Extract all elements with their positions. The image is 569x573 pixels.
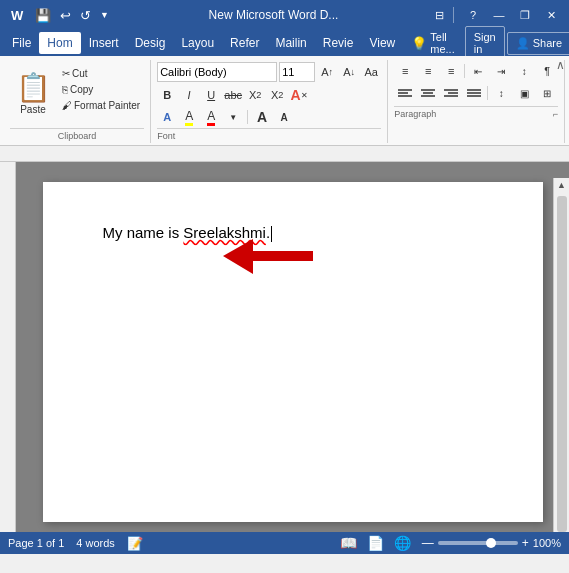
decrease-indent-button[interactable]: ⇤ xyxy=(467,62,489,80)
bullets-button[interactable]: ≡ xyxy=(394,62,416,80)
status-bar: Page 1 of 1 4 words 📝 📖 📄 🌐 — + 100% xyxy=(0,532,569,554)
read-mode-button[interactable]: 📖 xyxy=(337,533,360,553)
menu-mailings[interactable]: Mailin xyxy=(267,32,314,54)
share-icon: 👤 xyxy=(516,37,530,50)
text-effect-button[interactable]: A xyxy=(157,108,177,126)
font-color-dropdown[interactable]: ▼ xyxy=(223,108,243,126)
menu-design[interactable]: Desig xyxy=(127,32,174,54)
shrink-font-button[interactable]: A↓ xyxy=(339,63,359,81)
font-row2: B I U abc X2 X2 A ✕ xyxy=(157,86,381,104)
paragraph-dialog-launcher[interactable]: ⌐ xyxy=(553,109,558,119)
scroll-up-button[interactable]: ▲ xyxy=(557,180,566,190)
borders-button[interactable]: ⊞ xyxy=(536,84,558,102)
sort-button[interactable]: ↕ xyxy=(513,62,535,80)
highlight-color-button[interactable]: A xyxy=(179,108,199,126)
ribbon-toggle-button[interactable]: ⊟ xyxy=(435,9,444,22)
menu-references[interactable]: Refer xyxy=(222,32,267,54)
zoom-slider[interactable] xyxy=(438,541,518,545)
superscript-button[interactable]: X2 xyxy=(267,86,287,104)
print-layout-button[interactable]: 📄 xyxy=(364,533,387,553)
undo-button[interactable]: ↩ xyxy=(57,6,74,25)
show-marks-button[interactable]: ¶ xyxy=(536,62,558,80)
copy-icon: ⎘ xyxy=(62,84,68,95)
help-button[interactable]: ? xyxy=(463,5,483,25)
ribbon-collapse-button[interactable]: ∧ xyxy=(556,58,565,72)
restore-button[interactable]: ❐ xyxy=(515,5,535,25)
bold-button[interactable]: B xyxy=(157,86,177,104)
web-layout-button[interactable]: 🌐 xyxy=(391,533,414,553)
ribbon-group-font: A↑ A↓ Aa B I U abc X2 X2 A ✕ xyxy=(153,60,388,143)
font-color-button[interactable]: A xyxy=(201,108,221,126)
increase-indent-button[interactable]: ⇥ xyxy=(490,62,512,80)
close-button[interactable]: ✕ xyxy=(541,5,561,25)
paste-button[interactable]: 📋 Paste xyxy=(10,66,56,122)
line-spacing-button[interactable]: ↕ xyxy=(490,84,512,102)
menu-home[interactable]: Hom xyxy=(39,32,80,54)
ribbon-group-paragraph: ≡ ≡ ≡ ⇤ ⇥ ↕ ¶ xyxy=(390,60,565,143)
copy-button[interactable]: ⎘ Copy xyxy=(58,82,144,97)
title-bar-right: ⊟ ? — ❐ ✕ xyxy=(435,5,561,25)
status-bar-right: 📖 📄 🌐 — + 100% xyxy=(337,533,561,553)
menu-review[interactable]: Revie xyxy=(315,32,362,54)
qa-dropdown-button[interactable]: ▼ xyxy=(97,8,112,22)
clipboard-label: Clipboard xyxy=(10,128,144,141)
sign-in-button[interactable]: Sign in xyxy=(465,26,505,60)
vertical-scrollbar[interactable]: ▲ ▼ xyxy=(553,178,569,532)
left-ruler xyxy=(0,146,16,532)
zoom-out-button[interactable]: — xyxy=(422,536,434,550)
redo-button[interactable]: ↺ xyxy=(77,6,94,25)
view-controls: 📖 📄 🌐 xyxy=(337,533,414,553)
ribbon: 📋 Paste ✂ Cut ⎘ Copy 🖌 Format Painter xyxy=(0,56,569,146)
ribbon-group-clipboard: 📋 Paste ✂ Cut ⎘ Copy 🖌 Format Painter xyxy=(6,60,151,143)
menu-layout[interactable]: Layou xyxy=(173,32,222,54)
shading-button[interactable]: ▣ xyxy=(513,84,535,102)
font-grow-button2[interactable]: A xyxy=(252,108,272,126)
font-shrink-button2[interactable]: A xyxy=(274,108,294,126)
menu-view[interactable]: View xyxy=(361,32,403,54)
align-center-button[interactable] xyxy=(417,84,439,102)
multilevel-button[interactable]: ≡ xyxy=(440,62,462,80)
zoom-in-button[interactable]: + xyxy=(522,536,529,550)
justify-button[interactable] xyxy=(463,84,485,102)
tell-me-input[interactable]: 💡 Tell me... xyxy=(403,27,462,59)
cut-icon: ✂ xyxy=(62,68,70,79)
format-painter-icon: 🖌 xyxy=(62,100,72,111)
menu-bar: File Hom Insert Desig Layou Refer Mailin… xyxy=(0,30,569,56)
underline-button[interactable]: U xyxy=(201,86,221,104)
para-row2: ↕ ▣ ⊞ xyxy=(394,84,558,102)
font-name-input[interactable] xyxy=(157,62,277,82)
numbering-button[interactable]: ≡ xyxy=(417,62,439,80)
format-painter-button[interactable]: 🖌 Format Painter xyxy=(58,98,144,113)
clear-format-button[interactable]: A ✕ xyxy=(289,86,309,104)
menu-insert[interactable]: Insert xyxy=(81,32,127,54)
paste-group: 📋 Paste ✂ Cut ⎘ Copy 🖌 Format Painter xyxy=(10,66,144,122)
strikethrough-button[interactable]: abc xyxy=(223,86,243,104)
italic-button[interactable]: I xyxy=(179,86,199,104)
font-row1: A↑ A↓ Aa xyxy=(157,62,381,82)
document-page[interactable]: My name is Sreelakshmi. xyxy=(43,182,543,522)
align-left-button[interactable] xyxy=(394,84,416,102)
document-area[interactable]: ▲ ▼ My name is Sreelakshmi. xyxy=(16,162,569,532)
change-case-button[interactable]: Aa xyxy=(361,63,381,81)
font-row3: A A A ▼ A A xyxy=(157,108,381,126)
svg-text:W: W xyxy=(11,8,24,23)
para-row1: ≡ ≡ ≡ ⇤ ⇥ ↕ ¶ xyxy=(394,62,558,80)
align-right-button[interactable] xyxy=(440,84,462,102)
save-button[interactable]: 💾 xyxy=(32,6,54,25)
zoom-thumb xyxy=(486,538,496,548)
text-before-name: My name is xyxy=(103,224,184,241)
font-size-input[interactable] xyxy=(279,62,315,82)
clipboard-controls: 📋 Paste ✂ Cut ⎘ Copy 🖌 Format Painter xyxy=(10,62,144,126)
page-info: Page 1 of 1 xyxy=(8,537,64,549)
cut-button[interactable]: ✂ Cut xyxy=(58,66,144,81)
share-button[interactable]: 👤 Share xyxy=(507,32,569,55)
main-content: ▲ ▼ My name is Sreelakshmi. xyxy=(16,146,569,532)
paragraph-label: Paragraph ⌐ xyxy=(394,106,558,119)
minimize-button[interactable]: — xyxy=(489,5,509,25)
menu-file[interactable]: File xyxy=(4,32,39,54)
scroll-thumb[interactable] xyxy=(557,196,567,532)
status-bar-left: Page 1 of 1 4 words 📝 xyxy=(8,536,143,551)
subscript-button[interactable]: X2 xyxy=(245,86,265,104)
svg-marker-16 xyxy=(223,239,313,274)
grow-font-button[interactable]: A↑ xyxy=(317,63,337,81)
